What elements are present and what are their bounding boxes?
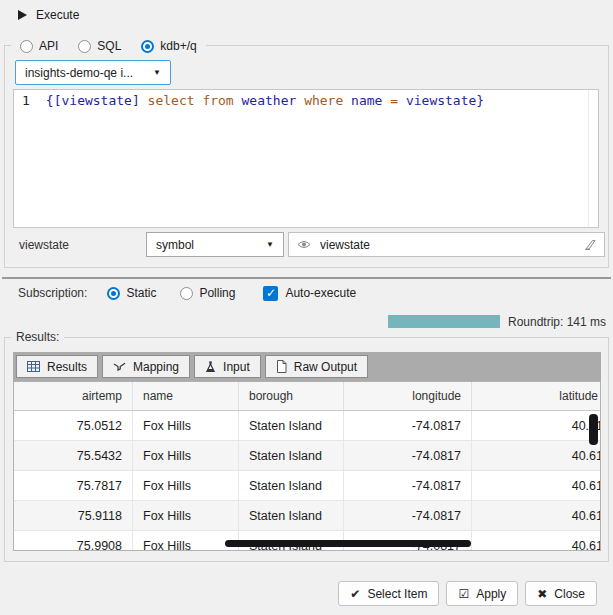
subscription-radio-group: StaticPolling [107, 286, 235, 300]
cell-value: -74.0817 [412, 419, 461, 433]
mode-label: API [39, 39, 58, 53]
cell-value: 75.9908 [77, 539, 122, 552]
tab-raw-output[interactable]: Raw Output [265, 355, 368, 378]
code-content: {[viewstate] select from weather where n… [46, 93, 484, 108]
cell-longitude: -74.0817 [344, 441, 472, 470]
button-label: Close [554, 587, 585, 601]
mode-label: kdb+/q [160, 39, 196, 53]
cell-name: Fox Hills [133, 471, 239, 500]
code-token: {[viewstate] [46, 93, 148, 108]
code-editor[interactable]: 1{[viewstate] select from weather where … [13, 89, 599, 228]
mapping-icon [113, 361, 126, 372]
select-item-button[interactable]: ✔Select Item [338, 581, 439, 606]
cell-name: Fox Hills [133, 531, 239, 551]
editor-scroll-gutter [588, 90, 589, 227]
tab-label: Mapping [133, 360, 179, 374]
subscription-option-label: Static [126, 286, 156, 300]
column-header-longitude[interactable]: longitude [344, 382, 472, 410]
subscription-polling[interactable]: Polling [180, 286, 235, 300]
button-label: Apply [476, 587, 506, 601]
cell-airtemp: 75.9908 [14, 531, 133, 551]
cell-value: 75.7817 [77, 479, 122, 493]
parameter-name-label: viewstate [19, 238, 69, 252]
button-label: Select Item [367, 587, 427, 601]
table-row[interactable]: 75.0512Fox HillsStaten Island-74.081740.… [14, 411, 600, 441]
auto-execute-checkbox-wrap[interactable]: ✓ Auto-execute [263, 286, 356, 301]
document-icon [276, 360, 287, 373]
auto-execute-label: Auto-execute [285, 286, 356, 300]
close-button[interactable]: ✖Close [525, 581, 597, 606]
cell-value: 40.61 [572, 449, 601, 463]
tab-label: Results [47, 360, 87, 374]
vertical-scrollbar-thumb[interactable] [589, 414, 598, 445]
chevron-down-icon: ▼ [153, 68, 161, 77]
code-token: from [202, 93, 241, 108]
cell-name: Fox Hills [133, 501, 239, 530]
results-tab-strip: ResultsMappingInputRaw Output [13, 352, 601, 381]
query-groupbox: APISQLkdb+/q insights-demo-qe i... ▼ 1{[… [4, 45, 609, 268]
table-body: 75.0512Fox HillsStaten Island-74.081740.… [14, 411, 600, 551]
section-divider [2, 277, 611, 279]
cell-borough: Staten Island [239, 501, 344, 530]
radio-icon [180, 287, 193, 300]
roundtrip-label: Roundtrip: 141 ms [508, 315, 606, 329]
cell-value: 40.61 [572, 539, 601, 552]
connection-dropdown-value: insights-demo-qe i... [25, 66, 133, 80]
cell-value: Staten Island [249, 509, 322, 523]
subscription-row: Subscription: StaticPolling ✓ Auto-execu… [18, 284, 356, 302]
execute-header[interactable]: Execute [18, 8, 79, 22]
cell-value: Staten Island [249, 479, 322, 493]
eye-icon [297, 239, 311, 250]
cell-value: Fox Hills [143, 449, 191, 463]
tab-label: Input [223, 360, 250, 374]
cell-borough: Staten Island [239, 411, 344, 440]
table-row[interactable]: 75.5432Fox HillsStaten Island-74.081740.… [14, 441, 600, 471]
column-header-latitude[interactable]: latitude [472, 382, 601, 410]
cell-value: Staten Island [249, 449, 322, 463]
mode-api[interactable]: API [20, 39, 58, 53]
apply-button[interactable]: ☑Apply [446, 581, 518, 606]
code-token: where [304, 93, 351, 108]
mode-sql[interactable]: SQL [78, 39, 121, 53]
cell-value: 75.0512 [77, 419, 122, 433]
cell-value: Fox Hills [143, 419, 191, 433]
tab-mapping[interactable]: Mapping [102, 355, 190, 378]
subscription-label: Subscription: [18, 286, 87, 300]
table-row[interactable]: 75.9118Fox HillsStaten Island-74.081740.… [14, 501, 600, 531]
cell-airtemp: 75.5432 [14, 441, 133, 470]
cell-value: -74.0817 [412, 509, 461, 523]
parameter-value-text: viewstate [320, 238, 370, 252]
cell-name: Fox Hills [133, 411, 239, 440]
tab-input[interactable]: Input [194, 355, 261, 378]
parameter-type-dropdown[interactable]: symbol ▼ [146, 232, 284, 257]
cell-borough: Staten Island [239, 441, 344, 470]
code-line: 1{[viewstate] select from weather where … [14, 90, 598, 108]
cell-longitude: -74.0817 [344, 411, 472, 440]
column-header-name[interactable]: name [133, 382, 239, 410]
horizontal-scrollbar-thumb[interactable] [225, 540, 471, 547]
radio-icon [20, 40, 33, 53]
code-token: = [390, 93, 406, 108]
mode-label: SQL [97, 39, 121, 53]
cell-value: Fox Hills [143, 479, 191, 493]
parameter-value-input[interactable]: viewstate [288, 232, 605, 257]
table-row[interactable]: 75.7817Fox HillsStaten Island-74.081740.… [14, 471, 600, 501]
cell-latitude: 40.61 [472, 411, 601, 440]
connection-dropdown[interactable]: insights-demo-qe i... ▼ [15, 60, 171, 85]
mode-kdb-q[interactable]: kdb+/q [141, 39, 196, 53]
cell-value: Fox Hills [143, 509, 191, 523]
cell-latitude: 40.61 [472, 471, 601, 500]
column-header-airtemp[interactable]: airtemp [14, 382, 133, 410]
eraser-icon[interactable] [582, 239, 596, 250]
column-header-borough[interactable]: borough [239, 382, 344, 410]
tab-results[interactable]: Results [16, 355, 98, 378]
cell-value: Fox Hills [143, 539, 191, 552]
cell-borough: Staten Island [239, 471, 344, 500]
cell-value: 40.61 [572, 479, 601, 493]
subscription-static[interactable]: Static [107, 286, 156, 300]
cell-name: Fox Hills [133, 441, 239, 470]
check-icon: ✔ [350, 587, 360, 601]
cell-airtemp: 75.0512 [14, 411, 133, 440]
cell-value: -74.0817 [412, 449, 461, 463]
cell-airtemp: 75.9118 [14, 501, 133, 530]
